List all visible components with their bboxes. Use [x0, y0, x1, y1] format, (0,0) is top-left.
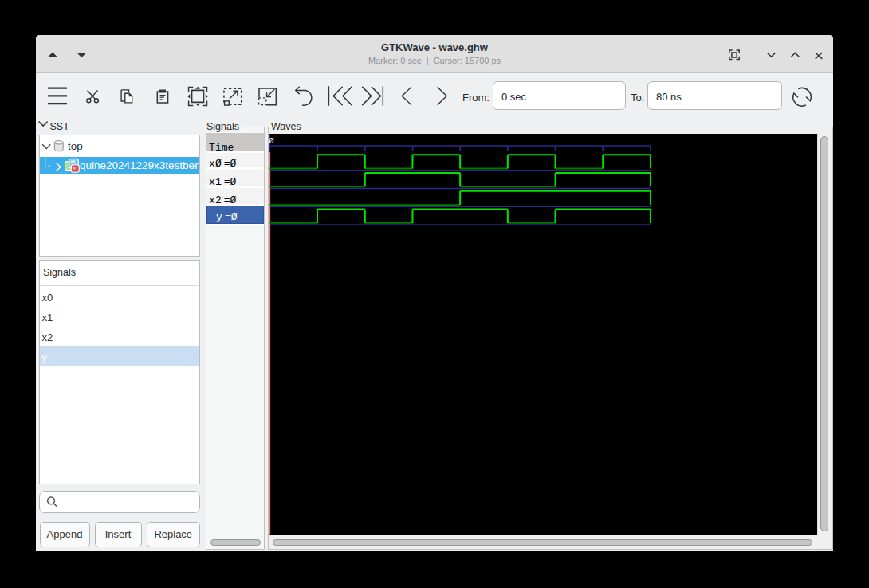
svg-text:Ø: Ø	[269, 137, 274, 147]
